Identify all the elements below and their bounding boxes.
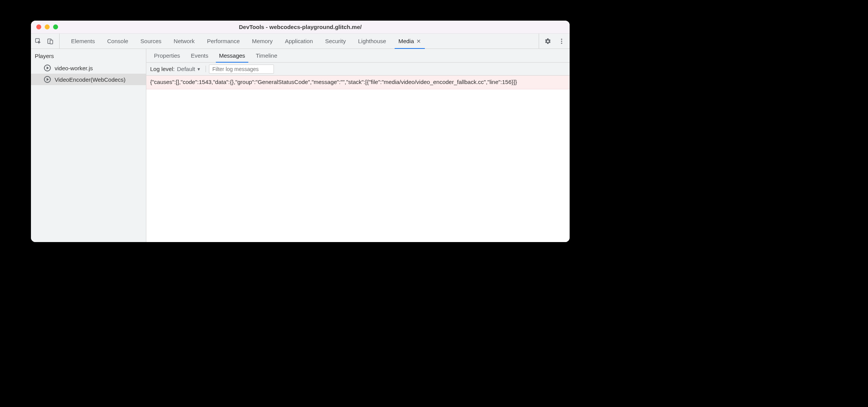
tab-elements[interactable]: Elements <box>65 34 101 48</box>
tab-label: Console <box>107 38 128 44</box>
tab-label: Network <box>174 38 195 44</box>
tab-label: Application <box>285 38 313 44</box>
tab-label: Sources <box>141 38 162 44</box>
messages-filterbar: Log level: Default ▼ <box>146 63 570 76</box>
subtab-label: Timeline <box>256 52 277 59</box>
subtab-label: Messages <box>219 52 245 59</box>
device-toolbar-icon[interactable] <box>46 37 55 45</box>
kebab-menu-icon[interactable] <box>557 37 566 45</box>
log-message-error[interactable]: {"causes":[],"code":1543,"data":{},"grou… <box>146 76 570 89</box>
toolbar-left-icons <box>34 34 60 48</box>
media-subtabs: Properties Events Messages Timeline <box>146 49 570 63</box>
devtools-body: Players video-worker.js VideoEncoder(Web… <box>31 49 570 242</box>
tab-performance[interactable]: Performance <box>201 34 246 48</box>
window-close-button[interactable] <box>36 24 41 29</box>
window-zoom-button[interactable] <box>53 24 58 29</box>
svg-point-4 <box>561 40 562 42</box>
tab-label: Elements <box>71 38 95 44</box>
player-label: video-worker.js <box>55 65 93 71</box>
media-sidebar: Players video-worker.js VideoEncoder(Web… <box>31 49 146 242</box>
subtab-timeline[interactable]: Timeline <box>251 49 283 62</box>
tab-label: Performance <box>207 38 240 44</box>
titlebar: DevTools - webcodecs-playground.glitch.m… <box>31 21 570 34</box>
devtools-toolbar: Elements Console Sources Network Perform… <box>31 34 570 49</box>
chevron-down-icon: ▼ <box>197 67 201 71</box>
inspect-element-icon[interactable] <box>34 37 42 45</box>
devtools-window: DevTools - webcodecs-playground.glitch.m… <box>31 21 570 242</box>
svg-point-5 <box>561 42 562 44</box>
panel-tabs: Elements Console Sources Network Perform… <box>65 34 536 48</box>
tab-sources[interactable]: Sources <box>134 34 168 48</box>
tab-label: Security <box>325 38 346 44</box>
messages-list: {"causes":[],"code":1543,"data":{},"grou… <box>146 76 570 242</box>
player-item[interactable]: VideoEncoder(WebCodecs) <box>31 74 146 85</box>
close-icon[interactable]: ✕ <box>416 38 421 44</box>
svg-rect-2 <box>50 40 53 44</box>
subtab-label: Properties <box>154 52 180 59</box>
tab-label: Memory <box>252 38 273 44</box>
log-level-selected: Default <box>177 66 195 72</box>
svg-point-3 <box>561 39 562 40</box>
traffic-lights <box>31 24 58 29</box>
player-item[interactable]: video-worker.js <box>31 62 146 74</box>
tab-label: Media <box>398 38 414 44</box>
tab-lighthouse[interactable]: Lighthouse <box>352 34 392 48</box>
players-list: video-worker.js VideoEncoder(WebCodecs) <box>31 62 146 85</box>
filter-log-input[interactable] <box>209 65 274 74</box>
subtab-label: Events <box>191 52 208 59</box>
tab-security[interactable]: Security <box>319 34 352 48</box>
subtab-events[interactable]: Events <box>185 49 214 62</box>
window-title: DevTools - webcodecs-playground.glitch.m… <box>31 24 570 30</box>
subtab-properties[interactable]: Properties <box>149 49 185 62</box>
player-label: VideoEncoder(WebCodecs) <box>55 76 125 83</box>
log-level-label: Log level: <box>150 66 175 72</box>
log-level-group: Log level: Default ▼ <box>150 66 206 72</box>
play-icon <box>44 65 51 71</box>
sidebar-header: Players <box>31 49 146 62</box>
tab-network[interactable]: Network <box>168 34 201 48</box>
tab-label: Lighthouse <box>358 38 386 44</box>
gear-icon[interactable] <box>544 37 552 45</box>
toolbar-right <box>539 34 566 48</box>
tab-console[interactable]: Console <box>101 34 134 48</box>
media-main: Properties Events Messages Timeline Log … <box>146 49 570 242</box>
tab-memory[interactable]: Memory <box>246 34 279 48</box>
tab-media[interactable]: Media ✕ <box>392 34 427 48</box>
window-minimize-button[interactable] <box>45 24 50 29</box>
play-icon <box>44 76 51 83</box>
subtab-messages[interactable]: Messages <box>214 49 250 62</box>
log-level-select[interactable]: Default ▼ <box>177 66 201 72</box>
tab-application[interactable]: Application <box>279 34 319 48</box>
